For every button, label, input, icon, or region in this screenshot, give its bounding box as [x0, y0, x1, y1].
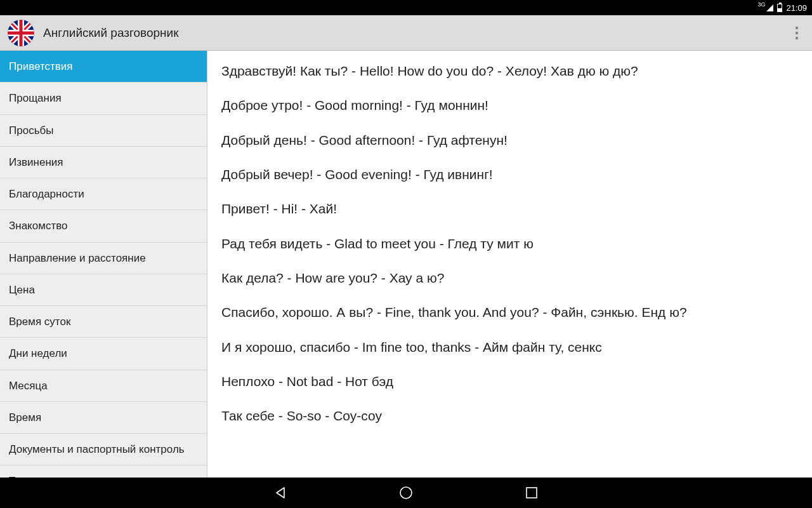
network-label: 3G — [757, 1, 765, 8]
svg-rect-3 — [527, 488, 537, 498]
status-bar: 3G 21:09 — [0, 0, 812, 15]
phrase-item[interactable]: Спасибо, хорошо. А вы? - Fine, thank you… — [221, 304, 798, 321]
battery-icon — [777, 4, 782, 12]
navigation-bar — [0, 478, 812, 508]
phrase-item[interactable]: Так себе - So-so - Соу-соу — [221, 407, 798, 425]
phrase-item[interactable]: Здравствуй! Как ты? - Hello! How do you … — [221, 62, 798, 80]
sidebar-item[interactable]: Направление и расстояние — [0, 243, 207, 274]
back-button[interactable] — [272, 484, 289, 502]
clock: 21:09 — [786, 3, 807, 13]
app-title: Английский разговорник — [43, 26, 178, 40]
app-bar: Английский разговорник — [0, 15, 812, 51]
phrase-item[interactable]: Привет! - Hi! - Хай! — [221, 200, 798, 218]
phrase-item[interactable]: Рад тебя видеть - Glad to meet you - Гле… — [221, 235, 798, 253]
recents-button[interactable] — [523, 484, 540, 502]
phrase-list[interactable]: Здравствуй! Как ты? - Hello! How do you … — [207, 51, 812, 478]
content-area: ПриветствияПрощанияПросьбыИзвиненияБлаго… — [0, 51, 812, 478]
phrase-item[interactable]: И я хорошо, спасибо - Im fine too, thank… — [221, 338, 798, 356]
home-button[interactable] — [397, 484, 415, 502]
device-frame: 3G 21:09 Английский разговорник Прив — [0, 0, 812, 508]
phrase-item[interactable]: Добрый день! - Good afternoon! - Гуд афт… — [221, 131, 798, 149]
sidebar-item[interactable]: Время суток — [0, 306, 207, 338]
phrase-item[interactable]: Доброе утро! - Good morning! - Гуд монни… — [221, 97, 798, 114]
sidebar-item[interactable]: Дни недели — [0, 338, 207, 370]
sidebar-item[interactable]: Месяца — [0, 370, 207, 402]
phrase-item[interactable]: Неплохо - Not bad - Нот бэд — [221, 373, 798, 391]
uk-flag-icon — [8, 20, 34, 46]
sidebar-item[interactable]: Прощания — [0, 83, 207, 114]
svg-point-2 — [400, 487, 412, 498]
signal-icon — [766, 4, 773, 11]
sidebar-item[interactable]: Приветствия — [0, 51, 207, 83]
sidebar-item[interactable]: Документы и паспортный контроль — [0, 434, 207, 465]
sidebar-item[interactable]: Просьбы — [0, 115, 207, 147]
sidebar-item[interactable]: Благодарности — [0, 178, 207, 210]
category-sidebar: ПриветствияПрощанияПросьбыИзвиненияБлаго… — [0, 51, 207, 478]
phrase-item[interactable]: Добрый вечер! - Good evening! - Гуд ивни… — [221, 166, 798, 184]
sidebar-item[interactable]: Таможня — [0, 465, 207, 478]
sidebar-item[interactable]: Извинения — [0, 147, 207, 178]
sidebar-item[interactable]: Время — [0, 402, 207, 434]
overflow-menu-button[interactable] — [789, 20, 804, 46]
sidebar-item[interactable]: Знакомство — [0, 210, 207, 242]
phrase-item[interactable]: Как дела? - How are you? - Хау а ю? — [221, 269, 798, 287]
sidebar-item[interactable]: Цена — [0, 274, 207, 306]
